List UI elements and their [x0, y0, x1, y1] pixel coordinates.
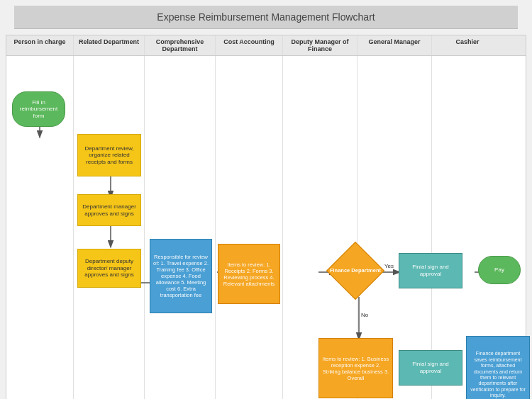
col-header-person: Person in charge: [6, 35, 74, 55]
col-header-cashier: Cashier: [432, 35, 503, 55]
responsible-shape: Responsible for review of: 1. Travel exp…: [150, 239, 212, 313]
col-related: [74, 56, 145, 399]
page: Expense Reimbursement Management Flowcha…: [0, 6, 532, 399]
page-title: Expense Reimbursement Management Flowcha…: [157, 11, 375, 23]
items-review2-shape: Items to review: 1. Business reception e…: [318, 338, 393, 398]
items-review1-shape: Items to review: 1. Receipts 2. Forms 3.…: [218, 244, 280, 304]
dept-deputy-shape: Department deputy director/ manager appr…: [77, 249, 141, 288]
col-header-general: General Manager: [358, 35, 432, 55]
pay-shape: Pay: [478, 256, 521, 284]
col-header-deputy: Deputy Manager of Finance: [283, 35, 358, 55]
finance-diamond: Finance Department: [327, 247, 384, 293]
col-cost: [216, 56, 283, 399]
col-comprehensive: [145, 56, 216, 399]
col-header-related: Related Department: [74, 35, 145, 55]
finance-saves-shape: Finance department saves reimbursement f…: [466, 336, 530, 399]
col-header-cost: Cost Accounting: [216, 35, 283, 55]
finial-sign1-shape: Finial sign and approval: [399, 253, 462, 288]
dept-manager-shape: Department manager approves and signs: [77, 194, 141, 226]
flowchart-area: Yes No Fill in reimbursement form Depart…: [6, 55, 526, 399]
dept-review-shape: Department review, organize related rece…: [77, 134, 141, 176]
finial-sign2-shape: Finial sign and approval: [399, 350, 462, 386]
fill-form-shape: Fill in reimbursement form: [12, 91, 65, 127]
col-header-comprehensive: Comprehensive Department: [145, 35, 216, 55]
title-bar: Expense Reimbursement Management Flowcha…: [14, 6, 518, 29]
